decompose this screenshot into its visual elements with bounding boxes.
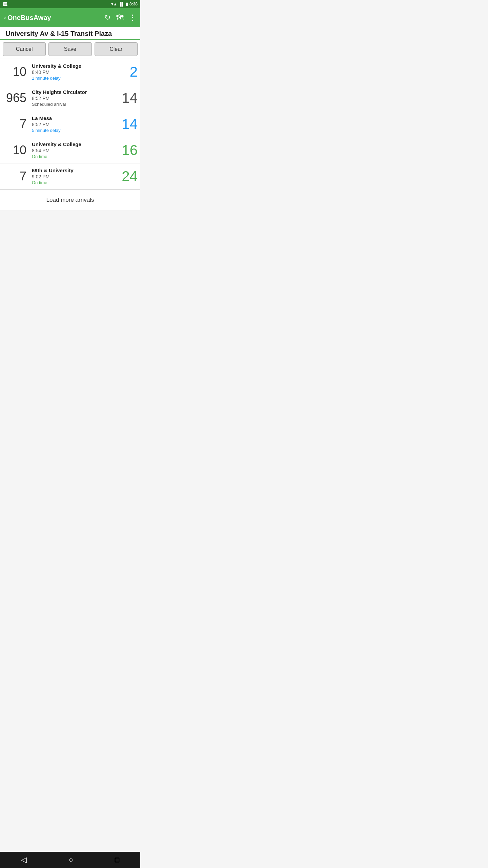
search-bar <box>0 27 140 40</box>
arrival-status: On time <box>32 180 115 185</box>
arrival-status: 5 minute delay <box>32 128 115 133</box>
arrivals-list: 10 University & College 8:40 PM 1 minute… <box>0 59 140 190</box>
route-number: 7 <box>3 169 26 183</box>
route-number: 10 <box>3 143 26 157</box>
route-number: 7 <box>3 117 26 131</box>
status-bar-right: ▾▲ ▐▌ ▮ 8:38 <box>111 2 138 6</box>
arrival-info: City Heights Circulator 8:52 PM Schedule… <box>29 89 115 107</box>
arrival-time: 8:54 PM <box>32 148 115 153</box>
app-title: OneBusAway <box>7 14 51 22</box>
image-icon: 🖼 <box>3 1 7 7</box>
arrival-time: 9:02 PM <box>32 174 115 179</box>
arrival-info: La Mesa 8:52 PM 5 minute delay <box>29 115 115 133</box>
arrival-status: 1 minute delay <box>32 76 115 81</box>
map-icon[interactable]: 🗺 <box>116 13 123 22</box>
arrival-info: University & College 8:54 PM On time <box>29 141 115 159</box>
arrival-destination: City Heights Circulator <box>32 89 115 95</box>
cancel-button[interactable]: Cancel <box>3 42 46 56</box>
minutes-away: 24 <box>117 168 138 184</box>
app-header: ‹ OneBusAway ↻ 🗺 ⋮ <box>0 8 140 27</box>
app-logo: ‹ OneBusAway <box>4 14 51 22</box>
arrival-destination: 69th & University <box>32 167 115 173</box>
wifi-icon: ▾▲ <box>111 2 117 6</box>
arrival-destination: University & College <box>32 141 115 147</box>
arrival-item[interactable]: 10 University & College 8:40 PM 1 minute… <box>0 59 140 85</box>
arrival-item[interactable]: 965 City Heights Circulator 8:52 PM Sche… <box>0 85 140 111</box>
load-more-button[interactable]: Load more arrivals <box>0 190 140 210</box>
save-button[interactable]: Save <box>48 42 92 56</box>
minutes-away: 16 <box>117 142 138 158</box>
search-input[interactable] <box>5 30 135 38</box>
arrival-time: 8:52 PM <box>32 96 115 101</box>
battery-icon: ▮ <box>126 2 128 6</box>
minutes-away: 2 <box>117 64 138 80</box>
route-number: 10 <box>3 65 26 79</box>
arrival-info: 69th & University 9:02 PM On time <box>29 167 115 185</box>
header-actions: ↻ 🗺 ⋮ <box>104 13 136 22</box>
arrival-info: University & College 8:40 PM 1 minute de… <box>29 63 115 81</box>
arrival-item[interactable]: 7 69th & University 9:02 PM On time 24 <box>0 163 140 190</box>
more-options-icon[interactable]: ⋮ <box>129 13 136 22</box>
clear-button[interactable]: Clear <box>95 42 138 56</box>
status-bar-left: 🖼 <box>3 1 7 7</box>
arrival-destination: University & College <box>32 63 115 69</box>
minutes-away: 14 <box>117 90 138 106</box>
route-number: 965 <box>3 91 26 105</box>
refresh-icon[interactable]: ↻ <box>104 13 110 22</box>
back-arrow-icon[interactable]: ‹ <box>4 14 6 21</box>
arrival-item[interactable]: 10 University & College 8:54 PM On time … <box>0 137 140 163</box>
arrival-status: On time <box>32 154 115 159</box>
minutes-away: 14 <box>117 116 138 132</box>
clock: 8:38 <box>129 2 138 6</box>
arrival-status: Scheduled arrival <box>32 102 115 107</box>
arrival-time: 8:40 PM <box>32 70 115 75</box>
status-bar: 🖼 ▾▲ ▐▌ ▮ 8:38 <box>0 0 140 8</box>
arrival-destination: La Mesa <box>32 115 115 121</box>
arrival-item[interactable]: 7 La Mesa 8:52 PM 5 minute delay 14 <box>0 111 140 137</box>
action-buttons: Cancel Save Clear <box>0 40 140 59</box>
arrival-time: 8:52 PM <box>32 122 115 127</box>
signal-icon: ▐▌ <box>119 2 124 6</box>
